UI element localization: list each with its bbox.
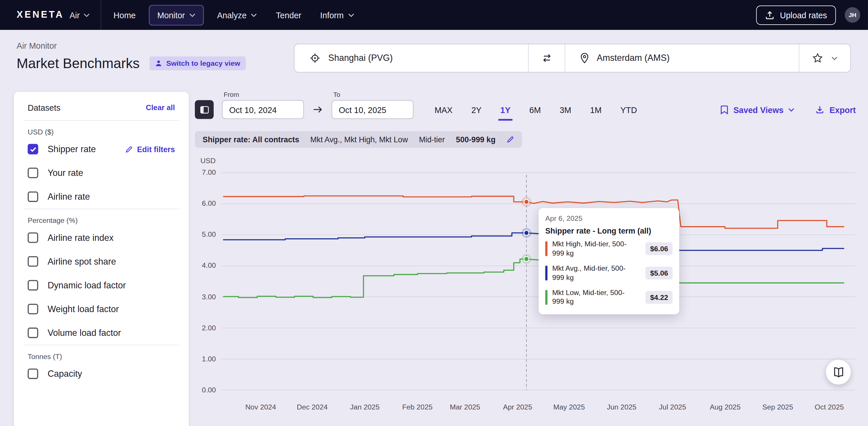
top-nav: XENETA Air HomeMonitorAnalyzeTenderInfor… [0,0,868,30]
x-axis-label: Jul 2025 [648,403,698,411]
chevron-down-icon [251,13,257,17]
x-axis-label: May 2025 [544,403,594,411]
upload-rates-label: Upload rates [780,10,827,20]
dataset-item-airline-spot-share[interactable]: Airline spot share [23,250,179,273]
marker-dot [524,230,529,235]
chart-actions: Saved Views Export [720,100,868,119]
nav-item-inform[interactable]: Inform [315,5,360,25]
arrow-right-icon [312,100,323,119]
dataset-item-shipper-rate[interactable]: Shipper rateEdit filters [23,137,179,161]
dataset-label: Dynamic load factor [48,280,126,290]
content: Datasets Clear all USD ($)Shipper rateEd… [0,85,868,426]
tooltip-series-label: Mkt High, Mid-tier, 500-999 kg [552,240,632,259]
favorite-star-icon[interactable] [812,53,823,63]
checkbox-volume-load-factor[interactable] [28,327,38,338]
panel-toggle-icon [199,105,209,114]
dataset-item-weight-load-factor[interactable]: Weight load factor [23,297,179,321]
nav-menu: HomeMonitorAnalyzeTenderInform [108,5,360,25]
dataset-item-capacity[interactable]: Capacity [23,362,179,386]
checkbox-dynamic-load-factor[interactable] [28,280,38,290]
upload-rates-button[interactable]: Upload rates [756,5,836,25]
avatar[interactable]: JH [845,7,860,23]
export-button[interactable]: Export [815,105,856,114]
dataset-item-airline-rate[interactable]: Airline rate [23,185,179,209]
checkbox-airline-spot-share[interactable] [28,256,38,267]
clear-all-link[interactable]: Clear all [146,103,175,112]
checkbox-airline-rate[interactable] [28,192,38,202]
chevron-down-icon [189,13,195,17]
range-ytd[interactable]: YTD [611,100,647,119]
x-axis-label: Dec 2024 [287,403,337,411]
collapse-panel-button[interactable] [195,100,214,119]
from-label: From [223,91,304,99]
marker-dot [524,257,529,261]
chevron-down-icon [84,13,90,17]
edit-filters-chip-icon[interactable] [506,136,514,143]
nav-item-label: Analyze [217,10,247,20]
edit-filters-link[interactable]: Edit filters [125,144,175,154]
dataset-item-your-rate[interactable]: Your rate [23,161,179,185]
to-label: To [333,91,413,99]
person-icon [155,60,162,67]
export-label: Export [830,105,856,114]
to-date-input[interactable]: Oct 10, 2025 [332,100,414,119]
pencil-icon [125,145,133,153]
chevron-down-icon [348,13,354,17]
destination-field[interactable]: Amsterdam (AMS) [565,44,799,72]
help-docs-button[interactable] [826,360,851,385]
route-actions [799,44,850,72]
series-mkt-low-mid-tier-500-999-kg [223,259,844,298]
range-1y[interactable]: 1Y [491,100,520,119]
product-switcher[interactable]: Air [69,10,90,20]
nav-item-tender[interactable]: Tender [271,5,307,25]
x-axis-label: Feb 2025 [393,403,442,411]
range-6m[interactable]: 6M [520,100,550,119]
page-header: Air Monitor Market Benchmarks Switch to … [0,30,868,85]
range-2y[interactable]: 2Y [462,100,491,119]
route-dropdown-chevron-icon[interactable] [832,56,838,60]
range-selector: MAX2Y1Y6M3M1MYTD [425,100,646,119]
brand: XENETA Air [17,9,90,20]
range-3m[interactable]: 3M [550,100,581,119]
switch-legacy-view-button[interactable]: Switch to legacy view [150,57,246,70]
nav-item-analyze[interactable]: Analyze [212,5,263,25]
chart-canvas[interactable] [195,155,855,415]
from-date-input[interactable]: Oct 10, 2024 [222,100,304,119]
nav-item-home[interactable]: Home [108,5,141,25]
series-mkt-avg-mid-tier-500-999-kg [223,233,844,251]
dataset-item-airline-rate-index[interactable]: Airline rate index [23,226,179,250]
brand-logo: XENETA [17,9,64,20]
chart-controls: From Oct 10, 2024 To Oct 10, 2025 MAX2Y1… [195,91,868,119]
checkbox-weight-load-factor[interactable] [28,304,38,314]
filter-chip-segment: Mid-tier [419,135,445,144]
origin-field[interactable]: Shanghai (PVG) [294,44,528,72]
dataset-item-dynamic-load-factor[interactable]: Dynamic load factor [23,273,179,297]
filter-summary-chip: Shipper rate: All contractsMkt Avg., Mkt… [195,131,522,148]
upload-icon [765,10,774,20]
page-title: Market Benchmarks [17,55,140,71]
tooltip-title: Shipper rate - Long term (all) [545,226,673,235]
checkbox-capacity[interactable] [28,369,38,379]
switch-legacy-view-label: Switch to legacy view [166,59,240,68]
x-axis-label: Apr 2025 [493,403,542,411]
checkbox-shipper-rate[interactable] [28,144,38,154]
nav-item-label: Inform [320,10,344,20]
range-1m[interactable]: 1M [581,100,611,119]
series-color-bar [545,290,547,305]
checkbox-airline-rate-index[interactable] [28,232,38,243]
dataset-item-volume-load-factor[interactable]: Volume load factor [23,321,179,345]
tooltip-row: Mkt Low, Mid-tier, 500-999 kg$4.22 [545,285,673,309]
nav-item-monitor[interactable]: Monitor [149,5,204,25]
x-axis-label: Aug 2025 [700,403,750,411]
nav-item-label: Home [114,10,136,20]
checkbox-your-rate[interactable] [28,168,38,178]
dataset-unit-label: USD ($) [23,121,179,137]
saved-views-label: Saved Views [734,105,784,114]
tooltip-series-value: $4.22 [646,291,673,304]
dataset-unit-label: Tonnes (T) [23,345,179,362]
nav-item-label: Tender [276,10,302,20]
range-max[interactable]: MAX [425,100,462,119]
swap-route-button[interactable] [528,44,565,72]
saved-views-button[interactable]: Saved Views [720,105,795,114]
to-date-field: To Oct 10, 2025 [332,91,414,119]
